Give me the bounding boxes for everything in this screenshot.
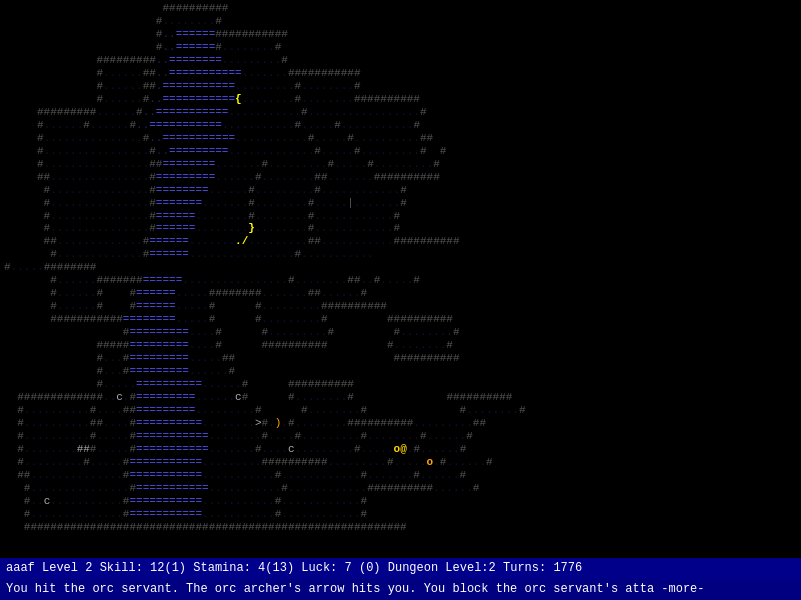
turns-label: Turns: (503, 561, 546, 575)
stamina-label: Stamina: (193, 561, 251, 575)
status-bar: aaaf Level 2 Skill: 12(1) Stamina: 4(13)… (0, 558, 801, 579)
level-val: Level 2 (42, 561, 92, 575)
game-viewport: ########## #........# (0, 0, 801, 558)
skill-label: Skill: (100, 561, 143, 575)
dungeon-label: Dungeon Level: (388, 561, 489, 575)
luck-label: Luck: (301, 561, 337, 575)
message-bar: You hit the orc servant. The orc archer'… (0, 579, 801, 600)
char-name: aaaf (6, 561, 35, 575)
message-text: You hit the orc servant. The orc archer'… (6, 582, 705, 596)
game-canvas: ########## #........# (4, 2, 797, 534)
game-container: ########## #........# (0, 0, 801, 600)
